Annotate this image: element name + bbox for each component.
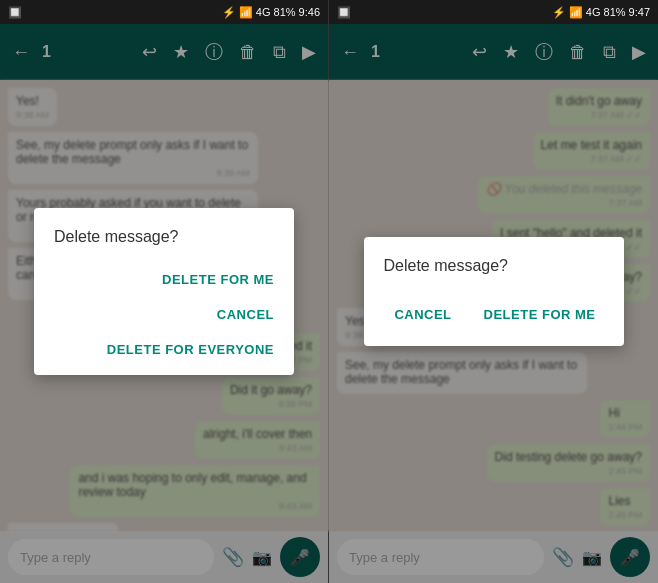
status-right-info: ⚡ 📶 4G 81% 9:46 [222, 6, 320, 19]
dialog-overlay-left: Delete message? DELETE FOR ME CANCEL DEL… [0, 0, 328, 583]
dialog-title-left: Delete message? [34, 228, 294, 262]
delete-for-me-button-right[interactable]: DELETE FOR ME [472, 299, 608, 330]
status-right-right: ⚡ 📶 4G 81% 9:47 [552, 6, 650, 19]
dialog-buttons-right: CANCEL DELETE FOR ME [364, 291, 624, 338]
status-bar-right: 🔲 ⚡ 📶 4G 81% 9:47 [329, 0, 658, 24]
right-panel: 🔲 ⚡ 📶 4G 81% 9:47 ← 1 ↩ ★ ⓘ 🗑 ⧉ ▶ It did… [329, 0, 658, 583]
delete-dialog-right: Delete message? CANCEL DELETE FOR ME [364, 237, 624, 346]
cancel-button-right[interactable]: CANCEL [382, 299, 463, 330]
delete-for-me-button-left[interactable]: DELETE FOR ME [34, 262, 294, 297]
dialog-title-right: Delete message? [364, 257, 624, 291]
cancel-button-left[interactable]: CANCEL [34, 297, 294, 332]
delete-for-everyone-button-left[interactable]: DELETE FOR EVERYONE [34, 332, 294, 367]
status-left-right: 🔲 [337, 6, 351, 19]
status-left-info: 🔲 [8, 6, 22, 19]
dialog-overlay-right: Delete message? CANCEL DELETE FOR ME [329, 0, 658, 583]
left-panel: 🔲 ⚡ 📶 4G 81% 9:46 ← 1 ↩ ★ ⓘ 🗑 ⧉ ▶ Yes! 9… [0, 0, 329, 583]
status-bar-left: 🔲 ⚡ 📶 4G 81% 9:46 [0, 0, 328, 24]
delete-dialog-left: Delete message? DELETE FOR ME CANCEL DEL… [34, 208, 294, 375]
